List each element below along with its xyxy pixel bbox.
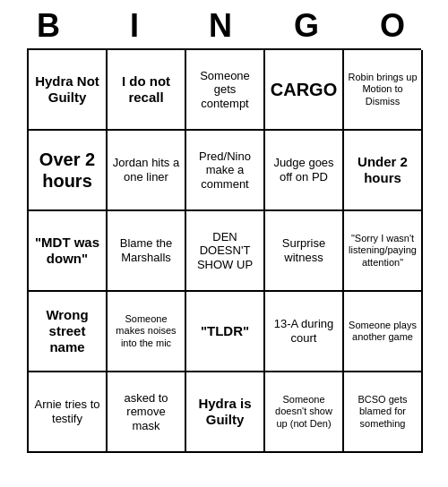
bingo-title: B I N G O: [9, 0, 439, 48]
title-b: B: [13, 7, 91, 45]
bingo-cell-11[interactable]: Blame the Marshalls: [108, 211, 186, 292]
bingo-cell-5[interactable]: Over 2 hours: [29, 131, 108, 211]
bingo-cell-7[interactable]: Pred/Nino make a comment: [186, 131, 265, 211]
bingo-cell-19[interactable]: Someone plays another game: [344, 292, 423, 372]
bingo-cell-1[interactable]: I do not recall: [108, 50, 186, 131]
bingo-cell-24[interactable]: BCSO gets blamed for something: [344, 372, 423, 453]
bingo-cell-8[interactable]: Judge goes off on PD: [265, 131, 344, 211]
bingo-cell-13[interactable]: Surprise witness: [265, 211, 344, 292]
bingo-cell-17[interactable]: "TLDR": [186, 292, 265, 372]
bingo-cell-16[interactable]: Someone makes noises into the mic: [108, 292, 186, 372]
bingo-cell-15[interactable]: Wrong street name: [29, 292, 108, 372]
bingo-cell-20[interactable]: Arnie tries to testify: [29, 372, 108, 453]
bingo-cell-4[interactable]: Robin brings up Motion to Dismiss: [344, 50, 423, 131]
bingo-grid: Hydra Not GuiltyI do not recallSomeone g…: [27, 48, 421, 453]
title-n: N: [185, 7, 263, 45]
bingo-cell-12[interactable]: DEN DOESN'T SHOW UP: [186, 211, 265, 292]
bingo-cell-9[interactable]: Under 2 hours: [344, 131, 423, 211]
title-o: O: [357, 7, 435, 45]
bingo-cell-0[interactable]: Hydra Not Guilty: [29, 50, 108, 131]
bingo-cell-22[interactable]: Hydra is Guilty: [186, 372, 265, 453]
bingo-cell-6[interactable]: Jordan hits a one liner: [108, 131, 186, 211]
bingo-cell-2[interactable]: Someone gets contempt: [186, 50, 265, 131]
bingo-cell-23[interactable]: Someone doesn't show up (not Den): [265, 372, 344, 453]
bingo-cell-18[interactable]: 13-A during court: [265, 292, 344, 372]
title-i: I: [99, 7, 177, 45]
bingo-cell-3[interactable]: CARGO: [265, 50, 344, 131]
bingo-cell-10[interactable]: "MDT was down": [29, 211, 108, 292]
title-g: G: [271, 7, 349, 45]
bingo-cell-21[interactable]: asked to remove mask: [108, 372, 186, 453]
bingo-cell-14[interactable]: "Sorry I wasn't listening/paying attenti…: [344, 211, 423, 292]
